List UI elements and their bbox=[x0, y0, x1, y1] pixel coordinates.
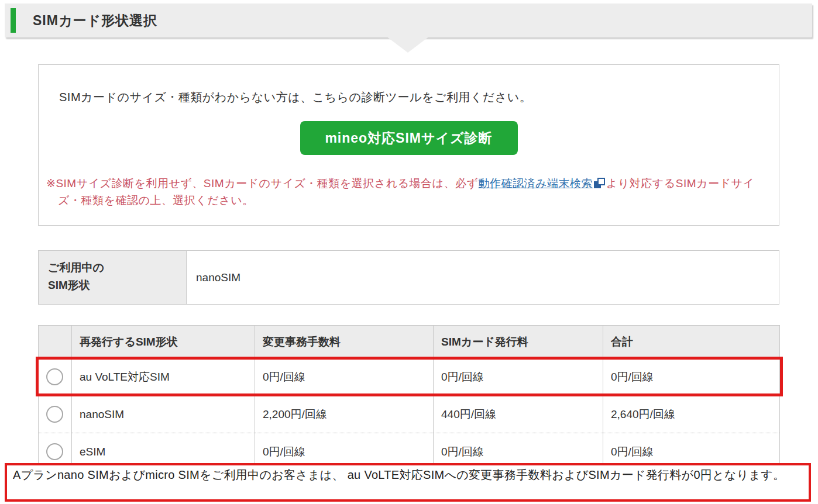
callout-intro-text: SIMカードのサイズ・種類がわからない方は、こちらの診断ツールをご利用ください。 bbox=[59, 89, 531, 105]
cell-total: 2,640円/回線 bbox=[603, 396, 780, 433]
header-change-fee: 変更事務手数料 bbox=[255, 326, 434, 358]
sim-size-callout: SIMカードのサイズ・種類がわからない方は、こちらの診断ツールをご利用ください。… bbox=[38, 64, 779, 226]
cell-sim-name: nanoSIM bbox=[72, 396, 255, 433]
cell-change-fee: 2,200円/回線 bbox=[255, 396, 434, 433]
cell-sim-name: au VoLTE対応SIM bbox=[72, 358, 255, 396]
page-title: SIMカード形状選択 bbox=[33, 12, 157, 30]
radio-esim[interactable] bbox=[46, 443, 63, 460]
table-header-row: 再発行するSIM形状 変更事務手数料 SIMカード発行料 合計 bbox=[39, 326, 780, 358]
table-row-au-volte: au VoLTE対応SIM 0円/回線 0円/回線 0円/回線 bbox=[39, 358, 780, 396]
header-sim-shape: 再発行するSIM形状 bbox=[72, 326, 255, 358]
external-link-icon[interactable] bbox=[594, 178, 605, 188]
note-prefix-text: ※SIMサイズ診断を利用せず、SIMカードのサイズ・種類を選択される場合は、必ず bbox=[46, 177, 479, 189]
cell-issue-fee: 0円/回線 bbox=[434, 358, 603, 396]
sim-size-diagnosis-button[interactable]: mineo対応SIMサイズ診断 bbox=[300, 121, 518, 155]
cell-issue-fee: 440円/回線 bbox=[434, 396, 603, 433]
pointer-triangle bbox=[386, 36, 429, 53]
header-radio-col bbox=[39, 326, 72, 358]
device-search-link[interactable]: 動作確認済み端末検索 bbox=[479, 177, 593, 189]
radio-au-volte-sim[interactable] bbox=[46, 368, 63, 385]
sim-selection-table: 再発行するSIM形状 変更事務手数料 SIMカード発行料 合計 au VoLTE… bbox=[38, 325, 780, 471]
header-issue-fee: SIMカード発行料 bbox=[434, 326, 603, 358]
header-total: 合計 bbox=[603, 326, 780, 358]
cell-change-fee: 0円/回線 bbox=[255, 358, 434, 396]
section-header: SIMカード形状選択 bbox=[5, 4, 812, 37]
accent-bar bbox=[11, 8, 16, 33]
current-sim-value: nanoSIM bbox=[187, 251, 779, 304]
sim-selection-table-wrap: 再発行するSIM形状 変更事務手数料 SIMカード発行料 合計 au VoLTE… bbox=[38, 325, 779, 471]
current-sim-table: ご利用中の SIM形状 nanoSIM bbox=[38, 250, 779, 305]
callout-warning-note: ※SIMサイズ診断を利用せず、SIMカードのサイズ・種類を選択される場合は、必ず… bbox=[39, 175, 764, 209]
current-sim-label: ご利用中の SIM形状 bbox=[39, 251, 187, 304]
radio-nanosim[interactable] bbox=[46, 406, 63, 423]
a-plan-fee-note: Aプランnano SIMおよびmicro SIMをご利用中のお客さまは、 au … bbox=[5, 463, 811, 502]
table-row-nanosim: nanoSIM 2,200円/回線 440円/回線 2,640円/回線 bbox=[39, 396, 780, 433]
cell-total: 0円/回線 bbox=[603, 358, 780, 396]
